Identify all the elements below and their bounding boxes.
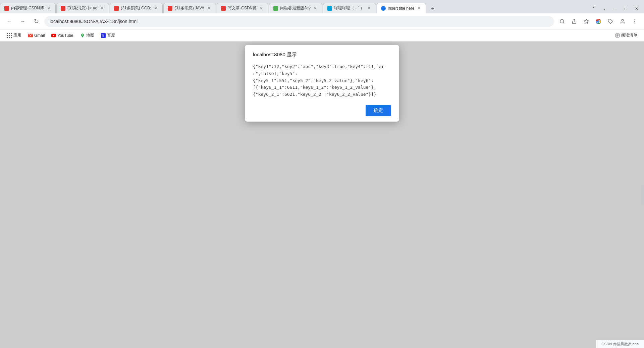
tab-bar-controls: ⌃ ⌄ — □ ✕ [589,4,644,13]
status-text: CSDN @清风微凉 aaa [601,342,639,347]
address-right-icons [557,16,640,27]
tab-6[interactable]: 尚硅谷最新版Jav ✕ [269,3,322,13]
tab-close-6[interactable]: ✕ [313,6,318,11]
tab-2[interactable]: (31条消息) js: ae ✕ [56,3,109,13]
tab-favicon-4 [168,6,172,11]
tab-label-8: Insert title here [388,6,414,11]
address-input[interactable]: localhost:8080/JSON-AJAX-i18n/json.html [44,16,554,27]
back-button[interactable]: ← [4,16,15,27]
tab-bar: 内容管理-CSDN博 ✕ (31条消息) js: ae ✕ (31条消息) CG… [0,0,644,13]
svg-marker-2 [584,19,588,23]
tab-7[interactable]: 哔哩哔哩（ - ` ） ✕ [323,3,376,13]
apps-grid-icon [7,33,12,38]
tab-close-5[interactable]: ✕ [259,6,264,11]
tab-3[interactable]: (31条消息) CGB: ✕ [110,3,163,13]
tab-label-7: 哔哩哔哩（ - ` ） [334,5,364,11]
bookmark-apps-label: 应用 [13,32,21,38]
alert-actions: 确定 [253,105,391,116]
svg-line-1 [563,22,564,23]
alert-title: localhost:8080 显示 [253,52,391,58]
alert-body-line3: [{"key6_1_1":6611,"key6_1_2":"key6_1_2_v… [253,85,376,90]
bookmark-gmail[interactable]: Gmail [25,32,47,39]
bookmark-youtube-label: YouTube [57,33,73,38]
baidu-icon: 百 [101,33,106,38]
tab-1[interactable]: 内容管理-CSDN博 ✕ [0,3,56,13]
gmail-icon [28,33,33,38]
close-window-button[interactable]: ✕ [632,4,641,13]
read-list-button[interactable]: 阅读清单 [612,31,640,40]
status-bar: CSDN @清风微凉 aaa [596,340,644,348]
alert-dialog: localhost:8080 显示 {"key1":12,"key2":"abc… [245,45,399,122]
tab-favicon-2 [61,6,65,11]
alert-overlay: localhost:8080 显示 {"key1":12,"key2":"abc… [0,42,644,348]
reader-icon [615,33,620,38]
alert-body: {"key1":12,"key2":"abc","key3":true,"key… [253,63,391,98]
alert-body-line2: {"key5_1":551,"key5_2":"key5_2_value"},"… [253,78,374,83]
address-text: localhost:8080/JSON-AJAX-i18n/json.html [50,19,138,24]
svg-point-13 [82,34,83,35]
tab-favicon-3 [114,6,119,11]
svg-text:百: 百 [101,34,104,37]
maps-icon [80,33,85,38]
forward-button[interactable]: → [17,16,28,27]
youtube-icon [51,33,56,38]
tab-5[interactable]: 写文章-CSDN博 ✕ [217,3,268,13]
tab-label-5: 写文章-CSDN博 [228,5,257,11]
tab-favicon-6 [273,6,278,11]
tab-label-1: 内容管理-CSDN博 [11,5,44,11]
bookmark-baidu-label: 百度 [107,32,115,38]
tab-close-3[interactable]: ✕ [153,6,158,11]
tab-favicon-8 [381,6,386,11]
bookmark-maps-label: 地图 [86,32,94,38]
tab-close-1[interactable]: ✕ [46,6,51,11]
svg-point-4 [597,20,599,22]
bookmark-apps[interactable]: 应用 [4,31,24,40]
tab-label-4: (31条消息) JAVA [174,5,204,11]
svg-point-7 [634,19,635,20]
svg-point-6 [622,19,623,21]
tab-close-4[interactable]: ✕ [206,6,212,11]
new-tab-button[interactable]: + [428,4,437,13]
tab-4[interactable]: (31条消息) JAVA ✕ [163,3,216,13]
bookmark-youtube[interactable]: YouTube [49,32,76,39]
tab-label-6: 尚硅谷最新版Jav [280,5,311,11]
chrome-menu-icon[interactable] [629,16,640,27]
svg-point-9 [634,22,635,23]
page-content: localhost:8080 显示 {"key1":12,"key2":"abc… [0,42,644,348]
svg-point-0 [560,19,564,23]
chrome-icon[interactable] [593,16,604,27]
maximize-button[interactable]: □ [621,4,631,13]
bookmark-star-icon[interactable] [581,16,592,27]
tab-close-7[interactable]: ✕ [366,6,372,11]
bookmarks-bar: 应用 Gmail YouTube 地图 [0,29,644,42]
alert-body-line1: {"key1":12,"key2":"abc","key3":true,"key… [253,64,384,76]
bookmark-maps[interactable]: 地图 [77,31,97,40]
tab-close-8[interactable]: ✕ [416,6,422,11]
read-list-label: 阅读清单 [621,32,637,38]
scrollbar[interactable] [641,185,644,205]
reload-button[interactable]: ↻ [31,16,42,27]
share-icon[interactable] [569,16,580,27]
bookmark-baidu[interactable]: 百 百度 [98,31,118,40]
alert-confirm-button[interactable]: 确定 [366,105,391,116]
tab-favicon-5 [221,6,226,11]
bookmark-gmail-label: Gmail [34,33,45,38]
address-bar: ← → ↻ localhost:8080/JSON-AJAX-i18n/json… [0,13,644,29]
alert-body-line4: {"key6_2_1":6621,"key6_2_2":"key6_2_2_va… [253,92,376,97]
tab-bar-scroll-left[interactable]: ⌃ [589,4,598,13]
minimize-button[interactable]: — [610,4,620,13]
svg-point-8 [634,21,635,22]
tab-favicon-7 [327,6,332,11]
search-icon[interactable] [557,16,568,27]
tab-label-2: (31条消息) js: ae [67,5,97,11]
profile-icon[interactable] [617,16,628,27]
browser-frame: 内容管理-CSDN博 ✕ (31条消息) js: ae ✕ (31条消息) CG… [0,0,644,348]
extensions-icon[interactable] [605,16,616,27]
tab-bar-scroll-right[interactable]: ⌄ [600,4,609,13]
tab-label-3: (31条消息) CGB: [121,5,151,11]
tab-favicon-1 [4,6,9,11]
tab-close-2[interactable]: ✕ [99,6,105,11]
tab-8[interactable]: Insert title here ✕ [377,3,426,13]
